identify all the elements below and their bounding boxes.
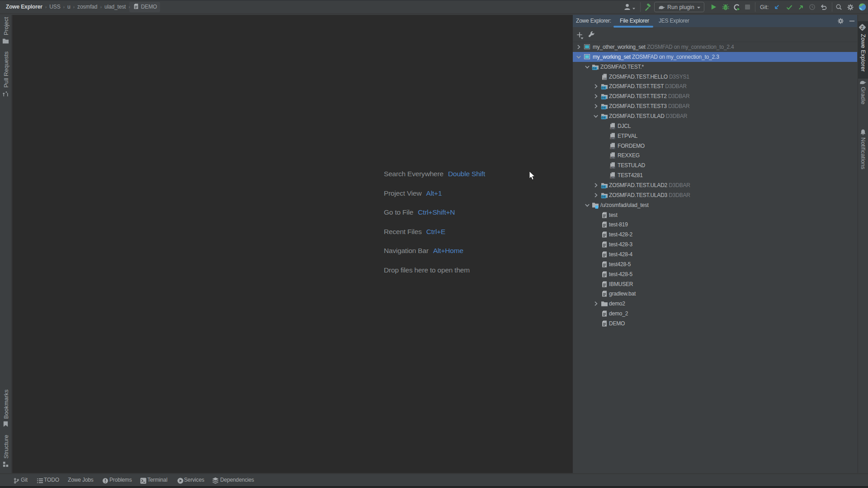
svg-text:DS: DS [602, 195, 606, 198]
svg-text:MEM: MEM [610, 167, 615, 169]
svg-text:MEM: MEM [610, 147, 615, 149]
svg-text:DS: DS [593, 66, 597, 70]
svg-text:DS: DS [602, 86, 606, 89]
svg-text:Z: Z [861, 25, 863, 30]
svg-text:DS: DS [604, 77, 607, 80]
svg-text:DS: DS [602, 106, 606, 109]
svg-text:MEM: MEM [610, 127, 615, 130]
svg-text:MEM: MEM [610, 157, 615, 159]
svg-text:DS: DS [602, 116, 606, 119]
svg-text:DS: DS [602, 185, 606, 188]
svg-text:DS: DS [602, 96, 606, 99]
svg-text:MEM: MEM [610, 177, 615, 179]
svg-text:MEM: MEM [610, 137, 615, 139]
